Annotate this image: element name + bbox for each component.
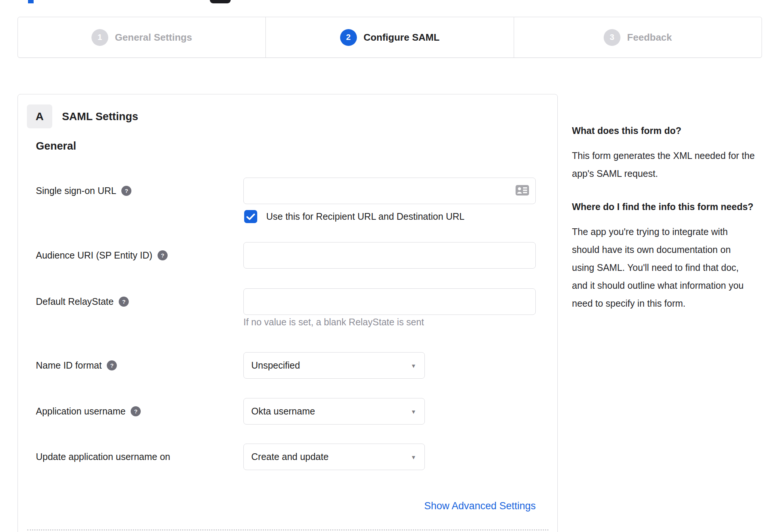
sso-url-label-text: Single sign-on URL bbox=[36, 185, 116, 196]
update-username-label-text: Update application username on bbox=[36, 451, 170, 462]
sso-url-input-wrap bbox=[243, 178, 536, 204]
relaystate-help-icon[interactable]: ? bbox=[119, 297, 129, 307]
chevron-down-icon: ▼ bbox=[411, 408, 416, 414]
nameid-format-label-text: Name ID format bbox=[36, 360, 102, 371]
app-username-value: Okta username bbox=[251, 406, 315, 417]
sso-help-icon[interactable]: ? bbox=[121, 186, 131, 196]
help-question-2: Where do I find the info this form needs… bbox=[572, 198, 755, 215]
help-question-1: What does this form do? bbox=[572, 122, 755, 139]
relaystate-input-wrap bbox=[243, 288, 536, 315]
sso-url-input[interactable] bbox=[243, 178, 536, 204]
relaystate-hint: If no value is set, a blank RelayState i… bbox=[243, 317, 424, 328]
step-number-badge: 3 bbox=[604, 29, 620, 46]
help-sidebar: What does this form do? This form genera… bbox=[572, 122, 755, 312]
step-general-settings[interactable]: 1 General Settings bbox=[18, 17, 265, 57]
help-answer-1: This form generates the XML needed for t… bbox=[572, 147, 755, 182]
step-label: General Settings bbox=[115, 32, 192, 43]
nameid-help-icon[interactable]: ? bbox=[107, 360, 117, 370]
step-label: Configure SAML bbox=[364, 32, 440, 43]
audience-uri-input[interactable] bbox=[243, 242, 536, 269]
saml-settings-card: A SAML Settings General Single sign-on U… bbox=[18, 94, 558, 532]
general-group-heading: General bbox=[36, 140, 76, 152]
cutoff-blue-logo-fragment bbox=[28, 0, 34, 3]
update-username-value: Create and update bbox=[251, 451, 329, 462]
nameid-format-select[interactable]: Unspecified ▼ bbox=[243, 352, 425, 379]
wizard-stepper: 1 General Settings 2 Configure SAML 3 Fe… bbox=[18, 17, 762, 58]
step-label: Feedback bbox=[627, 32, 672, 43]
relaystate-label: Default RelayState ? bbox=[36, 288, 129, 315]
checkmark-icon bbox=[246, 213, 255, 220]
relaystate-label-text: Default RelayState bbox=[36, 296, 113, 307]
app-username-label-text: Application username bbox=[36, 406, 125, 417]
help-answer-2: The app you're trying to integrate with … bbox=[572, 223, 755, 312]
section-dashed-divider bbox=[27, 529, 548, 531]
cutoff-dark-button-fragment bbox=[210, 0, 231, 3]
app-username-label: Application username ? bbox=[36, 398, 141, 425]
show-advanced-settings-link[interactable]: Show Advanced Settings bbox=[243, 500, 536, 512]
sso-url-label: Single sign-on URL ? bbox=[36, 178, 131, 204]
audience-uri-label: Audience URI (SP Entity ID) ? bbox=[36, 242, 168, 269]
step-number-badge: 2 bbox=[340, 29, 357, 46]
chevron-down-icon: ▼ bbox=[411, 454, 416, 460]
contact-card-icon[interactable] bbox=[516, 185, 529, 197]
update-username-label: Update application username on bbox=[36, 444, 170, 470]
section-a-badge: A bbox=[27, 104, 52, 128]
step-configure-saml[interactable]: 2 Configure SAML bbox=[265, 17, 513, 57]
nameid-format-label: Name ID format ? bbox=[36, 352, 117, 379]
nameid-format-value: Unspecified bbox=[251, 360, 300, 371]
relaystate-input[interactable] bbox=[243, 288, 536, 315]
audience-help-icon[interactable]: ? bbox=[158, 250, 168, 260]
section-title: SAML Settings bbox=[62, 104, 138, 128]
chevron-down-icon: ▼ bbox=[411, 362, 416, 369]
app-username-help-icon[interactable]: ? bbox=[131, 406, 141, 416]
step-number-badge: 1 bbox=[91, 29, 108, 46]
update-username-select[interactable]: Create and update ▼ bbox=[243, 444, 425, 470]
audience-uri-input-wrap bbox=[243, 242, 536, 269]
app-username-select[interactable]: Okta username ▼ bbox=[243, 398, 425, 425]
audience-uri-label-text: Audience URI (SP Entity ID) bbox=[36, 250, 152, 261]
step-feedback[interactable]: 3 Feedback bbox=[514, 17, 762, 57]
recipient-url-checkbox-label[interactable]: Use this for Recipient URL and Destinati… bbox=[266, 210, 464, 223]
recipient-url-checkbox[interactable] bbox=[244, 210, 257, 223]
